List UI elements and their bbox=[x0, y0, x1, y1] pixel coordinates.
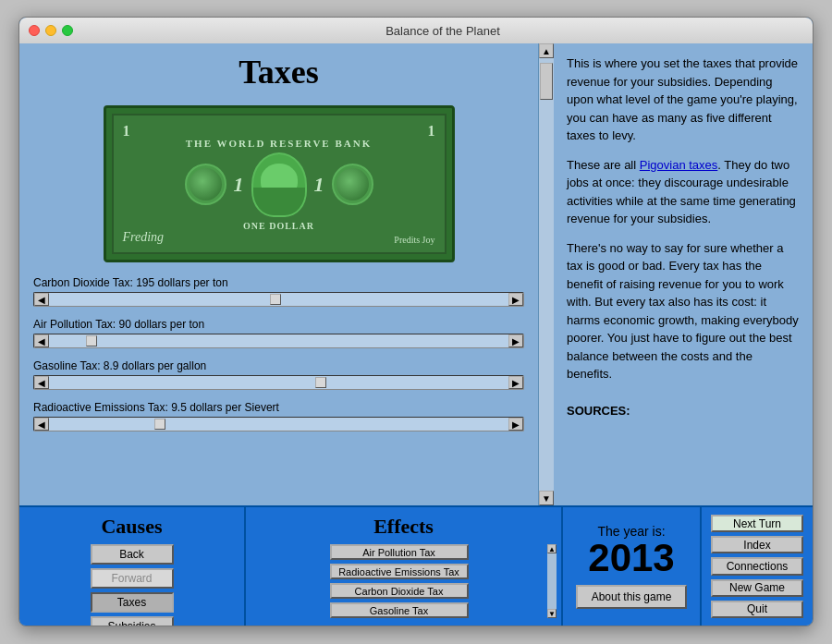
taxes-button[interactable]: Taxes bbox=[91, 592, 174, 613]
slider-fill-gas bbox=[49, 376, 508, 389]
effect-radioactive[interactable]: Radioactive Emissions Tax bbox=[330, 564, 469, 579]
slider-right-gas[interactable]: ▶ bbox=[508, 376, 523, 389]
scroll-fill bbox=[539, 58, 554, 491]
info-p3: There's no way to say for sure whether a… bbox=[567, 239, 800, 383]
tax-slider-co2: Carbon Dioxide Tax: 195 dollars per ton … bbox=[33, 276, 524, 307]
bill-denomination: ONE DOLLAR bbox=[243, 221, 314, 231]
effects-scroll-down[interactable]: ▼ bbox=[547, 609, 557, 618]
close-button[interactable] bbox=[29, 25, 40, 36]
slider-thumb-air[interactable] bbox=[86, 335, 97, 346]
scroll-down[interactable]: ▼ bbox=[539, 491, 554, 505]
tax-slider-air: Air Pollution Tax: 90 dollars per ton ◀ … bbox=[33, 318, 524, 348]
year-number: 2013 bbox=[588, 539, 674, 577]
slider-right-radio[interactable]: ▶ bbox=[508, 418, 523, 431]
left-panel: Taxes 1 1 THE WORLD RESERVE BANK 1 1 ONE… bbox=[19, 43, 539, 505]
slider-right-co2[interactable]: ▶ bbox=[508, 293, 523, 306]
tax-slider-gas: Gasoline Tax: 8.9 dollars per gallon ◀ ▶ bbox=[33, 359, 524, 390]
titlebar: Balance of the Planet bbox=[19, 18, 813, 43]
traffic-lights bbox=[29, 25, 73, 36]
slider-thumb-co2[interactable] bbox=[270, 294, 281, 305]
effects-scroll-fill bbox=[547, 553, 557, 609]
slider-left-gas[interactable]: ◀ bbox=[34, 376, 49, 389]
action-buttons: Next Turn Index Connections New Game Qui… bbox=[702, 507, 813, 626]
effects-list: Air Pollution Tax Radioactive Emissions … bbox=[251, 544, 547, 618]
tax-slider-radio: Radioactive Emissions Tax: 9.5 dollars p… bbox=[33, 401, 524, 431]
info-p1: This is where you set the taxes that pro… bbox=[567, 55, 800, 145]
year-section: The year is: 2013 About this game bbox=[563, 507, 702, 626]
bill-one-left: 1 bbox=[234, 173, 244, 197]
effect-air-pollution[interactable]: Air Pollution Tax bbox=[330, 544, 469, 560]
next-turn-button[interactable]: Next Turn bbox=[711, 515, 803, 532]
bill-globe-right bbox=[332, 164, 373, 205]
slider-left-air[interactable]: ◀ bbox=[34, 334, 49, 347]
pigovian-link[interactable]: Pigovian taxes bbox=[640, 158, 718, 172]
back-button[interactable]: Back bbox=[91, 544, 174, 565]
index-button[interactable]: Index bbox=[711, 536, 803, 553]
main-window: Balance of the Planet Taxes 1 1 THE WORL… bbox=[18, 17, 814, 626]
forward-button[interactable]: Forward bbox=[91, 568, 174, 589]
minimize-button[interactable] bbox=[45, 25, 56, 36]
info-p2-prefix: These are all bbox=[567, 158, 640, 172]
slider-fill-radio bbox=[49, 418, 508, 431]
slider-fill-co2 bbox=[49, 293, 508, 306]
bill-corner-1: 1 bbox=[123, 123, 130, 140]
causes-title: Causes bbox=[29, 515, 235, 539]
bill-globe-left bbox=[185, 164, 226, 205]
effects-scrollbar[interactable]: ▲ ▼ bbox=[547, 544, 557, 618]
sources-label: SOURCES: bbox=[567, 402, 800, 420]
effects-section: Effects Air Pollution Tax Radioactive Em… bbox=[246, 507, 563, 626]
bill-corner-2: 1 bbox=[428, 123, 435, 140]
bill-portrait bbox=[251, 152, 307, 217]
slider-fill-air bbox=[49, 334, 508, 347]
effects-container: Air Pollution Tax Radioactive Emissions … bbox=[251, 544, 557, 618]
maximize-button[interactable] bbox=[62, 25, 73, 36]
tax-label-gas: Gasoline Tax: 8.9 dollars per gallon bbox=[33, 359, 524, 372]
bill-corner-4: Predits Joy bbox=[394, 235, 434, 245]
effects-title: Effects bbox=[251, 515, 557, 539]
slider-left-radio[interactable]: ◀ bbox=[34, 418, 49, 431]
tax-label-co2: Carbon Dioxide Tax: 195 dollars per ton bbox=[33, 276, 524, 289]
effects-scroll-up[interactable]: ▲ bbox=[547, 544, 557, 553]
tax-label-air: Air Pollution Tax: 90 dollars per ton bbox=[33, 318, 524, 331]
slider-right-air[interactable]: ▶ bbox=[508, 334, 523, 347]
about-button[interactable]: About this game bbox=[576, 585, 687, 609]
slider-track-co2[interactable]: ◀ ▶ bbox=[33, 292, 524, 307]
page-title: Taxes bbox=[33, 53, 524, 91]
scroll-up[interactable]: ▲ bbox=[539, 43, 554, 58]
dollar-bill: 1 1 THE WORLD RESERVE BANK 1 1 ONE DOLLA… bbox=[104, 105, 455, 262]
new-game-button[interactable]: New Game bbox=[711, 579, 803, 597]
slider-left-co2[interactable]: ◀ bbox=[34, 293, 49, 306]
scroll-thumb[interactable] bbox=[540, 63, 553, 100]
bottom-bar: Causes Back Forward Taxes Subsidies Effe… bbox=[19, 505, 813, 626]
slider-track-air[interactable]: ◀ ▶ bbox=[33, 334, 524, 348]
quit-button[interactable]: Quit bbox=[711, 601, 803, 618]
info-p2: These are all Pigovian taxes. They do tw… bbox=[567, 156, 800, 228]
slider-track-gas[interactable]: ◀ ▶ bbox=[33, 375, 524, 390]
causes-section: Causes Back Forward Taxes Subsidies bbox=[19, 507, 246, 626]
effect-gasoline[interactable]: Gasoline Tax bbox=[330, 602, 469, 618]
slider-track-radio[interactable]: ◀ ▶ bbox=[33, 417, 524, 431]
bill-one-right: 1 bbox=[314, 173, 324, 197]
slider-thumb-radio[interactable] bbox=[154, 419, 165, 430]
subsidies-button[interactable]: Subsidies bbox=[91, 616, 174, 626]
main-scrollbar[interactable]: ▲ ▼ bbox=[539, 43, 554, 505]
window-title: Balance of the Planet bbox=[82, 24, 803, 38]
tax-label-radio: Radioactive Emissions Tax: 9.5 dollars p… bbox=[33, 401, 524, 414]
right-panel: This is where you set the taxes that pro… bbox=[554, 43, 813, 505]
bill-corner-3: Freding bbox=[123, 230, 165, 245]
effect-co2[interactable]: Carbon Dioxide Tax bbox=[330, 583, 469, 599]
bill-bank-name: THE WORLD RESERVE BANK bbox=[186, 138, 372, 149]
nav-buttons: Back Forward Taxes Subsidies bbox=[29, 544, 235, 626]
main-content: Taxes 1 1 THE WORLD RESERVE BANK 1 1 ONE… bbox=[19, 43, 813, 505]
slider-thumb-gas[interactable] bbox=[315, 377, 326, 388]
connections-button[interactable]: Connections bbox=[711, 557, 803, 575]
